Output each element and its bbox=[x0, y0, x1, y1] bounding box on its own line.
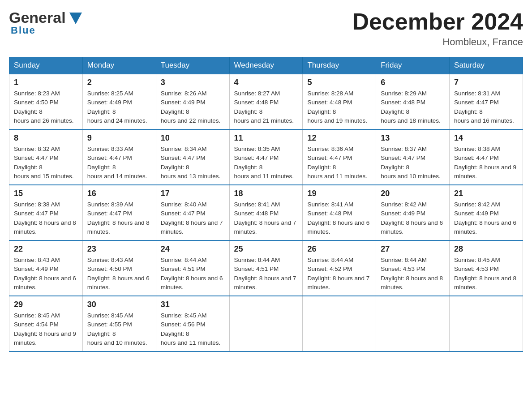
day-info: Sunrise: 8:33 AM Sunset: 4:47 PM Dayligh… bbox=[87, 145, 151, 181]
calendar-day-cell: 10 Sunrise: 8:34 AM Sunset: 4:47 PM Dayl… bbox=[156, 129, 229, 185]
col-tuesday: Tuesday bbox=[156, 57, 229, 74]
calendar-day-cell: 27 Sunrise: 8:44 AM Sunset: 4:53 PM Dayl… bbox=[376, 240, 450, 296]
day-info: Sunrise: 8:37 AM Sunset: 4:47 PM Dayligh… bbox=[381, 145, 445, 181]
logo-general: General bbox=[9, 9, 66, 26]
col-sunday: Sunday bbox=[9, 57, 83, 74]
day-number: 23 bbox=[87, 244, 151, 254]
calendar-day-cell: 16 Sunrise: 8:39 AM Sunset: 4:47 PM Dayl… bbox=[82, 185, 156, 240]
calendar-day-cell bbox=[450, 296, 523, 351]
calendar-day-cell: 26 Sunrise: 8:44 AM Sunset: 4:52 PM Dayl… bbox=[303, 240, 376, 296]
calendar-day-cell: 11 Sunrise: 8:35 AM Sunset: 4:47 PM Dayl… bbox=[229, 129, 303, 185]
day-info: Sunrise: 8:43 AM Sunset: 4:49 PM Dayligh… bbox=[14, 256, 78, 292]
day-info: Sunrise: 8:23 AM Sunset: 4:50 PM Dayligh… bbox=[14, 89, 78, 125]
calendar-day-cell: 19 Sunrise: 8:41 AM Sunset: 4:48 PM Dayl… bbox=[303, 185, 376, 240]
page-header: General Blue December 2024 Hombleux, Fra… bbox=[9, 9, 523, 48]
col-friday: Friday bbox=[376, 57, 450, 74]
day-number: 14 bbox=[454, 133, 518, 143]
day-info: Sunrise: 8:45 AM Sunset: 4:54 PM Dayligh… bbox=[14, 311, 78, 347]
calendar-day-cell: 30 Sunrise: 8:45 AM Sunset: 4:55 PM Dayl… bbox=[82, 296, 156, 351]
calendar-day-cell bbox=[376, 296, 450, 351]
calendar-day-cell: 3 Sunrise: 8:26 AM Sunset: 4:49 PM Dayli… bbox=[156, 74, 229, 129]
day-info: Sunrise: 8:45 AM Sunset: 4:53 PM Dayligh… bbox=[454, 256, 518, 292]
calendar-day-cell: 14 Sunrise: 8:38 AM Sunset: 4:47 PM Dayl… bbox=[450, 129, 523, 185]
day-info: Sunrise: 8:34 AM Sunset: 4:47 PM Dayligh… bbox=[161, 145, 225, 181]
day-number: 3 bbox=[161, 78, 225, 87]
day-number: 1 bbox=[14, 78, 78, 87]
day-info: Sunrise: 8:43 AM Sunset: 4:50 PM Dayligh… bbox=[87, 256, 151, 292]
day-info: Sunrise: 8:42 AM Sunset: 4:49 PM Dayligh… bbox=[454, 200, 518, 236]
calendar-day-cell: 4 Sunrise: 8:27 AM Sunset: 4:48 PM Dayli… bbox=[229, 74, 303, 129]
day-number: 12 bbox=[307, 133, 371, 143]
day-number: 31 bbox=[161, 300, 225, 309]
day-number: 8 bbox=[14, 133, 78, 143]
day-info: Sunrise: 8:36 AM Sunset: 4:47 PM Dayligh… bbox=[307, 145, 371, 181]
calendar-week-row: 15 Sunrise: 8:38 AM Sunset: 4:47 PM Dayl… bbox=[9, 185, 523, 240]
day-number: 25 bbox=[234, 244, 298, 254]
calendar-day-cell: 18 Sunrise: 8:41 AM Sunset: 4:48 PM Dayl… bbox=[229, 185, 303, 240]
day-info: Sunrise: 8:26 AM Sunset: 4:49 PM Dayligh… bbox=[161, 89, 225, 125]
day-number: 26 bbox=[307, 244, 371, 254]
day-number: 22 bbox=[14, 244, 78, 254]
calendar-day-cell: 8 Sunrise: 8:32 AM Sunset: 4:47 PM Dayli… bbox=[9, 129, 83, 185]
day-number: 5 bbox=[307, 78, 371, 87]
calendar-week-row: 22 Sunrise: 8:43 AM Sunset: 4:49 PM Dayl… bbox=[9, 240, 523, 296]
logo-blue: Blue bbox=[11, 25, 36, 36]
calendar-day-cell bbox=[303, 296, 376, 351]
calendar-day-cell: 31 Sunrise: 8:45 AM Sunset: 4:56 PM Dayl… bbox=[156, 296, 229, 351]
calendar-day-cell: 13 Sunrise: 8:37 AM Sunset: 4:47 PM Dayl… bbox=[376, 129, 450, 185]
calendar-week-row: 29 Sunrise: 8:45 AM Sunset: 4:54 PM Dayl… bbox=[9, 296, 523, 351]
calendar-table: Sunday Monday Tuesday Wednesday Thursday… bbox=[9, 57, 523, 352]
day-number: 4 bbox=[234, 78, 298, 87]
day-info: Sunrise: 8:35 AM Sunset: 4:47 PM Dayligh… bbox=[234, 145, 298, 181]
location: Hombleux, France bbox=[352, 36, 523, 48]
day-number: 29 bbox=[14, 300, 78, 309]
calendar-day-cell: 2 Sunrise: 8:25 AM Sunset: 4:49 PM Dayli… bbox=[82, 74, 156, 129]
svg-marker-0 bbox=[69, 13, 82, 24]
day-number: 24 bbox=[161, 244, 225, 254]
month-title: December 2024 bbox=[352, 9, 523, 34]
calendar-day-cell bbox=[229, 296, 303, 351]
day-number: 15 bbox=[14, 189, 78, 198]
col-monday: Monday bbox=[82, 57, 156, 74]
day-info: Sunrise: 8:42 AM Sunset: 4:49 PM Dayligh… bbox=[381, 200, 445, 236]
calendar-day-cell: 12 Sunrise: 8:36 AM Sunset: 4:47 PM Dayl… bbox=[303, 129, 376, 185]
day-info: Sunrise: 8:27 AM Sunset: 4:48 PM Dayligh… bbox=[234, 89, 298, 125]
calendar-day-cell: 24 Sunrise: 8:44 AM Sunset: 4:51 PM Dayl… bbox=[156, 240, 229, 296]
calendar-day-cell: 20 Sunrise: 8:42 AM Sunset: 4:49 PM Dayl… bbox=[376, 185, 450, 240]
col-wednesday: Wednesday bbox=[229, 57, 303, 74]
day-number: 9 bbox=[87, 133, 151, 143]
day-info: Sunrise: 8:44 AM Sunset: 4:53 PM Dayligh… bbox=[381, 256, 445, 292]
day-info: Sunrise: 8:38 AM Sunset: 4:47 PM Dayligh… bbox=[454, 145, 518, 181]
calendar-day-cell: 15 Sunrise: 8:38 AM Sunset: 4:47 PM Dayl… bbox=[9, 185, 83, 240]
day-number: 7 bbox=[454, 78, 518, 87]
day-number: 30 bbox=[87, 300, 151, 309]
day-info: Sunrise: 8:38 AM Sunset: 4:47 PM Dayligh… bbox=[14, 200, 78, 236]
calendar-day-cell: 23 Sunrise: 8:43 AM Sunset: 4:50 PM Dayl… bbox=[82, 240, 156, 296]
logo: General Blue bbox=[9, 9, 84, 36]
day-number: 27 bbox=[381, 244, 445, 254]
calendar-day-cell: 22 Sunrise: 8:43 AM Sunset: 4:49 PM Dayl… bbox=[9, 240, 83, 296]
col-saturday: Saturday bbox=[450, 57, 523, 74]
day-info: Sunrise: 8:44 AM Sunset: 4:51 PM Dayligh… bbox=[161, 256, 225, 292]
col-thursday: Thursday bbox=[303, 57, 376, 74]
day-number: 10 bbox=[161, 133, 225, 143]
calendar-day-cell: 29 Sunrise: 8:45 AM Sunset: 4:54 PM Dayl… bbox=[9, 296, 83, 351]
day-number: 18 bbox=[234, 189, 298, 198]
calendar-header-row: Sunday Monday Tuesday Wednesday Thursday… bbox=[9, 57, 523, 74]
logo-triangle-icon bbox=[68, 11, 84, 26]
day-number: 28 bbox=[454, 244, 518, 254]
day-number: 16 bbox=[87, 189, 151, 198]
calendar-day-cell: 25 Sunrise: 8:44 AM Sunset: 4:51 PM Dayl… bbox=[229, 240, 303, 296]
calendar-day-cell: 7 Sunrise: 8:31 AM Sunset: 4:47 PM Dayli… bbox=[450, 74, 523, 129]
day-number: 13 bbox=[381, 133, 445, 143]
day-info: Sunrise: 8:45 AM Sunset: 4:56 PM Dayligh… bbox=[161, 311, 225, 347]
day-info: Sunrise: 8:25 AM Sunset: 4:49 PM Dayligh… bbox=[87, 89, 151, 125]
day-info: Sunrise: 8:41 AM Sunset: 4:48 PM Dayligh… bbox=[307, 200, 371, 236]
calendar-week-row: 1 Sunrise: 8:23 AM Sunset: 4:50 PM Dayli… bbox=[9, 74, 523, 129]
day-number: 21 bbox=[454, 189, 518, 198]
calendar-day-cell: 5 Sunrise: 8:28 AM Sunset: 4:48 PM Dayli… bbox=[303, 74, 376, 129]
day-info: Sunrise: 8:44 AM Sunset: 4:51 PM Dayligh… bbox=[234, 256, 298, 292]
day-info: Sunrise: 8:41 AM Sunset: 4:48 PM Dayligh… bbox=[234, 200, 298, 236]
day-number: 19 bbox=[307, 189, 371, 198]
day-info: Sunrise: 8:44 AM Sunset: 4:52 PM Dayligh… bbox=[307, 256, 371, 292]
